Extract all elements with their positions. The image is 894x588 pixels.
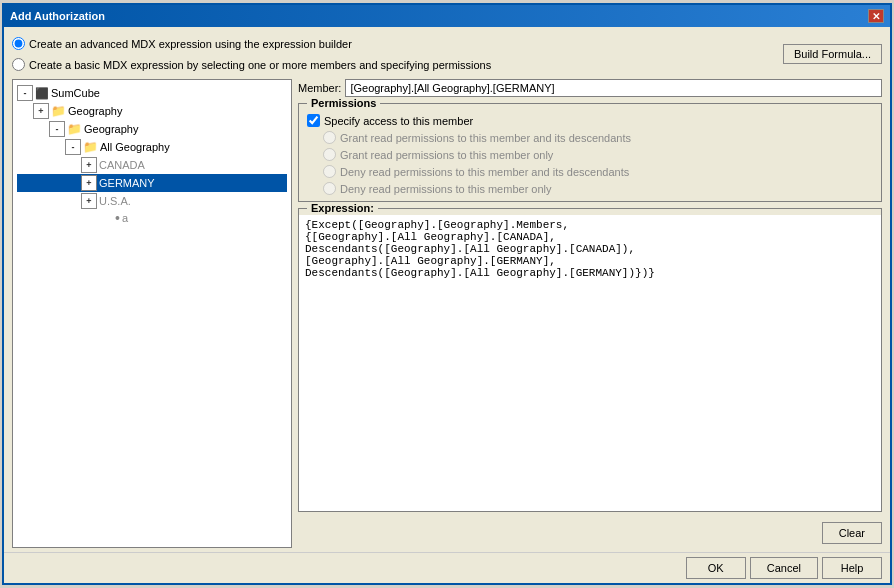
cancel-button[interactable]: Cancel: [750, 557, 818, 579]
tree-label-geo1: Geography: [68, 105, 122, 117]
bottom-right-buttons: OK Cancel Help: [686, 557, 882, 579]
folder-icon-geo1: 📁: [51, 104, 66, 118]
specify-access-row: Specify access to this member: [307, 114, 873, 127]
tree-item-germany[interactable]: + GERMANY: [17, 174, 287, 192]
tree-label-canada: CANADA: [99, 159, 145, 171]
member-label: Member:: [298, 82, 341, 94]
expand-icon-geo2[interactable]: -: [49, 121, 65, 137]
right-panel: Member: [Geography].[All Geography].[GER…: [298, 79, 882, 548]
tree-item-geography1[interactable]: + 📁 Geography: [17, 102, 287, 120]
perm-radio-deny-descendants[interactable]: [323, 165, 336, 178]
basic-radio-label: Create a basic MDX expression by selecti…: [29, 59, 491, 71]
expand-icon-sumcube[interactable]: -: [17, 85, 33, 101]
tree-item-allgeo[interactable]: - 📁 All Geography: [17, 138, 287, 156]
tree-item-canada[interactable]: + CANADA: [17, 156, 287, 174]
top-section: Create an advanced MDX expression using …: [12, 35, 882, 73]
folder-icon-allgeo: 📁: [83, 140, 98, 154]
expression-legend: Expression:: [307, 202, 378, 214]
clear-button[interactable]: Clear: [822, 522, 882, 544]
perm-label-deny-descendants: Deny read permissions to this member and…: [340, 166, 629, 178]
cube-icon: ⬛: [35, 87, 49, 100]
member-row: Member: [Geography].[All Geography].[GER…: [298, 79, 882, 97]
perm-radio-grant-descendants[interactable]: [323, 131, 336, 144]
ok-button[interactable]: OK: [686, 557, 746, 579]
dialog-title: Add Authorization: [10, 10, 105, 22]
perm-label-grant-only: Grant read permissions to this member on…: [340, 149, 553, 161]
bottom-bar: OK Cancel Help: [4, 552, 890, 583]
perm-label-grant-descendants: Grant read permissions to this member an…: [340, 132, 631, 144]
permissions-legend: Permissions: [307, 97, 380, 109]
tree-label-geo2: Geography: [84, 123, 138, 135]
perm-radio-3: Deny read permissions to this member and…: [307, 165, 873, 178]
tree-label-usa: U.S.A.: [99, 195, 131, 207]
expand-icon-germany[interactable]: +: [81, 175, 97, 191]
perm-radio-4: Deny read permissions to this member onl…: [307, 182, 873, 195]
perm-radio-1: Grant read permissions to this member an…: [307, 131, 873, 144]
permissions-group: Permissions Specify access to this membe…: [298, 103, 882, 202]
dialog-content: Create an advanced MDX expression using …: [4, 27, 890, 552]
tree-panel[interactable]: - ⬛ SumCube + 📁 Geography - 📁 Geography: [12, 79, 292, 548]
basic-radio-row: Create a basic MDX expression by selecti…: [12, 56, 491, 73]
folder-icon-geo2: 📁: [67, 122, 82, 136]
advanced-radio-row: Create an advanced MDX expression using …: [12, 35, 491, 52]
tree-label-sumcube: SumCube: [51, 87, 100, 99]
expression-group: Expression:: [298, 208, 882, 512]
advanced-radio-label: Create an advanced MDX expression using …: [29, 38, 352, 50]
tree-label-germany: GERMANY: [99, 177, 155, 189]
tree-item-sumcube[interactable]: - ⬛ SumCube: [17, 84, 287, 102]
specify-access-checkbox[interactable]: [307, 114, 320, 127]
perm-radio-grant-only[interactable]: [323, 148, 336, 161]
expand-icon-allgeo[interactable]: -: [65, 139, 81, 155]
member-value: [Geography].[All Geography].[GERMANY]: [345, 79, 882, 97]
basic-radio[interactable]: [12, 58, 25, 71]
title-bar: Add Authorization ✕: [4, 5, 890, 27]
expand-icon-geo1[interactable]: +: [33, 103, 49, 119]
perm-label-deny-only: Deny read permissions to this member onl…: [340, 183, 552, 195]
expand-icon-usa[interactable]: +: [81, 193, 97, 209]
tree-item-geography2[interactable]: - 📁 Geography: [17, 120, 287, 138]
main-area: - ⬛ SumCube + 📁 Geography - 📁 Geography: [12, 79, 882, 548]
tree-item-a[interactable]: • a: [17, 210, 287, 226]
advanced-radio[interactable]: [12, 37, 25, 50]
expand-icon-canada[interactable]: +: [81, 157, 97, 173]
perm-radio-2: Grant read permissions to this member on…: [307, 148, 873, 161]
close-button[interactable]: ✕: [868, 9, 884, 23]
add-authorization-dialog: Add Authorization ✕ Create an advanced M…: [2, 3, 892, 585]
tree-label-a: a: [122, 212, 128, 224]
radio-options: Create an advanced MDX expression using …: [12, 35, 491, 73]
expression-textarea[interactable]: [299, 215, 881, 511]
build-formula-button[interactable]: Build Formula...: [783, 44, 882, 64]
help-button[interactable]: Help: [822, 557, 882, 579]
clear-btn-area: Clear: [298, 518, 882, 548]
specify-access-label: Specify access to this member: [324, 115, 473, 127]
tree-item-usa[interactable]: + U.S.A.: [17, 192, 287, 210]
perm-radio-deny-only[interactable]: [323, 182, 336, 195]
leaf-icon-a: •: [115, 211, 120, 225]
tree-label-allgeo: All Geography: [100, 141, 170, 153]
